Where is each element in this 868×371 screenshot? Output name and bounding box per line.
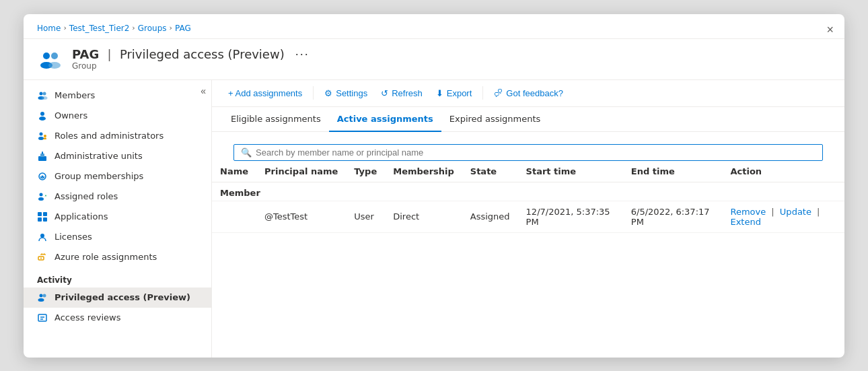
feedback-button[interactable]: 🗪 Got feedback? bbox=[489, 86, 569, 101]
refresh-icon: ↺ bbox=[381, 88, 388, 98]
action-sep-1: | bbox=[771, 207, 777, 217]
admin-units-icon bbox=[37, 151, 48, 162]
svg-rect-24 bbox=[43, 217, 47, 222]
extend-action[interactable]: Extend bbox=[730, 217, 761, 227]
sidebar-item-roles[interactable]: Roles and administrators bbox=[24, 126, 211, 146]
member-group-row: Member bbox=[212, 182, 844, 201]
tab-active[interactable]: Active assignments bbox=[329, 107, 441, 132]
svg-point-17 bbox=[42, 175, 44, 177]
sidebar-item-label: Administrative units bbox=[55, 151, 143, 161]
cell-principal: @TestTest bbox=[256, 201, 346, 232]
col-type: Type bbox=[346, 161, 385, 182]
svg-point-0 bbox=[43, 53, 50, 59]
owners-icon bbox=[37, 110, 48, 121]
sidebar-item-privileged-access[interactable]: Privileged access (Preview) bbox=[24, 288, 211, 308]
svg-point-3 bbox=[48, 62, 61, 69]
page-header: PAG | Privileged access (Preview) ··· Gr… bbox=[24, 39, 844, 80]
cell-start: 12/7/2021, 5:37:35 PM bbox=[518, 201, 623, 232]
cell-state: Assigned bbox=[462, 201, 518, 232]
col-end: End time bbox=[623, 161, 723, 182]
breadcrumb-tier[interactable]: Test_Test_Tier2 bbox=[69, 24, 130, 33]
toolbar: + Add assignments ⚙ Settings ↺ Refresh ⬇… bbox=[212, 80, 844, 107]
svg-point-8 bbox=[40, 112, 44, 116]
table-body: Member @TestTest User Direct Assigned 12… bbox=[212, 182, 844, 232]
sidebar: « Members Owners Roles and administrator… bbox=[24, 80, 212, 358]
svg-point-25 bbox=[40, 234, 44, 238]
svg-point-7 bbox=[42, 96, 48, 100]
breadcrumb-groups[interactable]: Groups bbox=[138, 24, 167, 33]
sidebar-item-label: Members bbox=[55, 90, 95, 100]
group-label: Group bbox=[72, 61, 310, 71]
licenses-icon bbox=[37, 232, 48, 242]
roles-icon bbox=[37, 131, 48, 141]
header-title-group: PAG | Privileged access (Preview) ··· Gr… bbox=[72, 47, 310, 71]
main-window: Home › Test_Test_Tier2 › Groups › PAG × … bbox=[24, 14, 844, 358]
member-group-label: Member bbox=[212, 182, 844, 201]
close-button[interactable]: × bbox=[826, 24, 834, 36]
sidebar-item-group-memberships[interactable]: Group memberships bbox=[24, 166, 211, 187]
sidebar-item-assigned-roles[interactable]: Assigned roles bbox=[24, 187, 211, 207]
cell-actions: Remove | Update | Extend bbox=[722, 201, 844, 232]
breadcrumb-home[interactable]: Home bbox=[37, 24, 61, 33]
svg-rect-13 bbox=[38, 156, 46, 161]
sidebar-item-label: Roles and administrators bbox=[55, 131, 164, 141]
divider-1 bbox=[313, 86, 314, 100]
breadcrumb-pag[interactable]: PAG bbox=[175, 24, 191, 33]
table-row: @TestTest User Direct Assigned 12/7/2021… bbox=[212, 201, 844, 232]
svg-point-29 bbox=[38, 298, 44, 302]
applications-icon bbox=[37, 211, 48, 222]
remove-action[interactable]: Remove bbox=[730, 207, 766, 217]
search-input[interactable] bbox=[256, 147, 816, 158]
activity-section-label: Activity bbox=[24, 267, 211, 288]
chevron-icon: › bbox=[63, 24, 66, 32]
svg-point-10 bbox=[40, 132, 43, 135]
sidebar-item-azure-roles[interactable]: Azure role assignments bbox=[24, 247, 211, 267]
refresh-button[interactable]: ↺ Refresh bbox=[375, 86, 428, 101]
cell-membership: Direct bbox=[385, 201, 462, 232]
svg-point-6 bbox=[43, 92, 46, 95]
svg-rect-23 bbox=[38, 217, 42, 222]
export-button[interactable]: ⬇ Export bbox=[431, 86, 478, 101]
svg-rect-22 bbox=[43, 212, 47, 216]
svg-point-28 bbox=[40, 294, 43, 297]
action-sep-2: | bbox=[817, 207, 820, 217]
sidebar-collapse-button[interactable]: « bbox=[195, 83, 211, 99]
sidebar-item-access-reviews[interactable]: Access reviews bbox=[24, 308, 211, 328]
table-container: Name Principal name Type Membership Stat… bbox=[212, 161, 844, 358]
sidebar-item-owners[interactable]: Owners bbox=[24, 106, 211, 126]
svg-point-2 bbox=[51, 53, 58, 59]
sidebar-item-label: Licenses bbox=[55, 232, 92, 242]
sidebar-item-label: Privileged access (Preview) bbox=[55, 292, 190, 302]
export-icon: ⬇ bbox=[436, 88, 443, 98]
col-membership: Membership bbox=[385, 161, 462, 182]
cell-name bbox=[212, 201, 256, 232]
group-memberships-icon bbox=[37, 171, 48, 182]
sidebar-item-admin-units[interactable]: Administrative units bbox=[24, 146, 211, 166]
tab-expired[interactable]: Expired assignments bbox=[441, 107, 549, 132]
sidebar-item-label: Access reviews bbox=[55, 312, 120, 323]
ellipsis-button[interactable]: ··· bbox=[295, 47, 310, 61]
chevron-icon-3: › bbox=[170, 24, 172, 32]
update-action[interactable]: Update bbox=[780, 207, 811, 217]
svg-point-30 bbox=[43, 294, 46, 297]
settings-icon: ⚙ bbox=[324, 88, 332, 98]
page-title: PAG | Privileged access (Preview) bbox=[72, 47, 285, 61]
sidebar-item-label: Owners bbox=[55, 110, 87, 121]
tab-eligible[interactable]: Eligible assignments bbox=[223, 107, 329, 132]
sidebar-item-label: Applications bbox=[55, 211, 108, 222]
sidebar-item-licenses[interactable]: Licenses bbox=[24, 227, 211, 247]
svg-point-9 bbox=[39, 116, 46, 121]
col-name: Name bbox=[212, 161, 256, 182]
svg-point-4 bbox=[40, 92, 43, 95]
feedback-icon: 🗪 bbox=[494, 88, 503, 98]
search-container: 🔍 bbox=[212, 132, 844, 161]
sidebar-item-label: Azure role assignments bbox=[55, 252, 157, 262]
svg-marker-20 bbox=[45, 195, 47, 197]
sidebar-item-label: Assigned roles bbox=[55, 191, 118, 201]
add-assignments-button[interactable]: + Add assignments bbox=[223, 86, 308, 101]
sidebar-item-applications[interactable]: Applications bbox=[24, 207, 211, 227]
sidebar-item-members[interactable]: Members bbox=[24, 86, 211, 106]
main-layout: « Members Owners Roles and administrator… bbox=[24, 80, 844, 358]
settings-button[interactable]: ⚙ Settings bbox=[319, 86, 373, 101]
svg-rect-21 bbox=[38, 212, 42, 216]
